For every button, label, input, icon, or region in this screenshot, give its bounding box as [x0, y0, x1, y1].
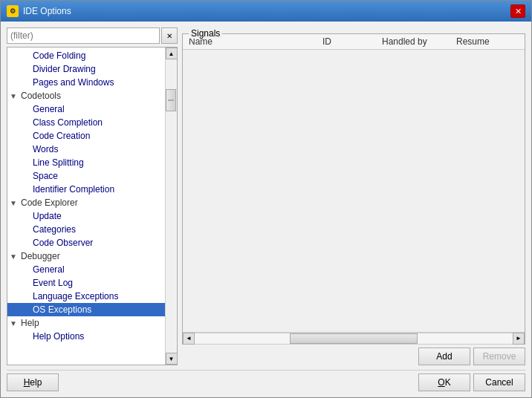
signals-header: Name ID Handled by Resume [183, 34, 525, 50]
tree-item-label: Code Folding [31, 50, 85, 61]
hscroll-right[interactable]: ► [513, 333, 525, 345]
bottom-left: Help [7, 373, 59, 391]
tree-toggle: ▼ [7, 92, 19, 100]
tree-scroll[interactable]: Code FoldingDivider DrawingPages and Win… [7, 48, 165, 365]
tree-item-label: Codetools [19, 91, 61, 101]
signals-body [183, 50, 525, 332]
scroll-up-arrow[interactable]: ▲ [166, 48, 178, 59]
bottom-bar: Help OK Cancel [7, 370, 525, 391]
tree-item-space[interactable]: Space [7, 169, 165, 183]
tree-item-label: Code Observer [31, 238, 93, 248]
tree-item-label: Categories [31, 224, 76, 235]
tree-container: Code FoldingDivider DrawingPages and Win… [7, 47, 178, 365]
add-button[interactable]: Add [418, 348, 470, 365]
hscroll-thumb[interactable] [290, 333, 417, 344]
title-bar: ⚙ IDE Options ✕ [1, 1, 531, 22]
title-bar-left: ⚙ IDE Options [7, 5, 71, 17]
tree-toggle: ▼ [7, 199, 19, 207]
tree-item-help-options[interactable]: Help Options [7, 330, 165, 343]
tree-item-label: General [31, 264, 65, 275]
signals-legend: Signals [189, 28, 222, 39]
bottom-right: OK Cancel [418, 373, 525, 391]
tree-item-language-exceptions[interactable]: Language Exceptions [7, 290, 165, 303]
tree-item-class-completion[interactable]: Class Completion [7, 116, 165, 129]
tree-item-label: Words [31, 144, 58, 154]
tree-item-pages-windows[interactable]: Pages and Windows [7, 76, 165, 89]
scroll-track [166, 59, 178, 353]
tree-item-label: Space [31, 171, 58, 181]
close-button[interactable]: ✕ [510, 4, 525, 18]
tree-item-label: Class Completion [31, 117, 103, 128]
tree-item-general[interactable]: General [7, 102, 165, 116]
window-body: ✕ Code FoldingDivider DrawingPages and W… [1, 22, 531, 397]
ok-label: OK [438, 377, 450, 388]
tree-item-line-splitting[interactable]: Line Splitting [7, 156, 165, 169]
tree-item-general2[interactable]: General [7, 263, 165, 276]
tree-item-label: Code Creation [31, 131, 90, 141]
tree-item-update[interactable]: Update [7, 209, 165, 223]
window-icon: ⚙ [7, 5, 19, 17]
tree-item-label: OS Exceptions [31, 304, 91, 315]
tree-item-os-exceptions[interactable]: OS Exceptions [7, 303, 165, 316]
tree-item-label: Help Options [31, 331, 84, 342]
tree-item-label: Identifier Completion [31, 184, 114, 195]
tree-item-code-explorer[interactable]: ▼Code Explorer [7, 196, 165, 209]
tree-item-label: Update [31, 211, 62, 221]
tree-item-event-log[interactable]: Event Log [7, 276, 165, 290]
tree-item-categories[interactable]: Categories [7, 223, 165, 236]
hscroll-track [195, 333, 513, 345]
tree-toggle: ▼ [7, 319, 19, 327]
tree-item-divider-drawing[interactable]: Divider Drawing [7, 62, 165, 76]
tree-item-label: Code Explorer [19, 198, 78, 208]
hscroll-left[interactable]: ◄ [183, 333, 195, 345]
tree-item-words[interactable]: Words [7, 143, 165, 156]
help-button[interactable]: Help [7, 373, 59, 391]
signals-btn-row: Add Remove [182, 348, 525, 365]
tree-item-code-observer[interactable]: Code Observer [7, 236, 165, 249]
scroll-grip [168, 100, 174, 101]
tree-item-label: Help [19, 318, 39, 328]
tree-item-label: Language Exceptions [31, 291, 118, 301]
tree-item-label: Debugger [19, 251, 60, 261]
tree-item-help[interactable]: ▼Help [7, 316, 165, 330]
filter-row: ✕ [7, 27, 178, 44]
tree-item-debugger[interactable]: ▼Debugger [7, 249, 165, 263]
ok-button[interactable]: OK [418, 373, 470, 391]
ide-options-window: ⚙ IDE Options ✕ ✕ Code FoldingDivider Dr… [0, 0, 532, 398]
tree-item-label: Event Log [31, 278, 73, 288]
tree-item-label: General [31, 104, 65, 114]
col-id: ID [317, 36, 376, 47]
tree-toggle: ▼ [7, 252, 19, 261]
window-title: IDE Options [23, 6, 71, 16]
tree-item-label: Line Splitting [31, 157, 84, 168]
col-handled: Handled by [376, 36, 450, 47]
main-content: ✕ Code FoldingDivider DrawingPages and W… [7, 27, 525, 365]
signals-hscroll: ◄ ► [183, 332, 525, 344]
tree-scrollbar: ▲ ▼ [165, 48, 177, 365]
tree-item-code-creation[interactable]: Code Creation [7, 129, 165, 143]
left-panel: ✕ Code FoldingDivider DrawingPages and W… [7, 27, 178, 365]
filter-input[interactable] [7, 27, 160, 44]
tree-item-label: Divider Drawing [31, 64, 96, 74]
help-label: Help [24, 377, 42, 388]
scroll-down-arrow[interactable]: ▼ [166, 353, 178, 365]
signals-group: Signals Name ID Handled by Resume ◄ ► [182, 33, 525, 345]
remove-button[interactable]: Remove [473, 348, 525, 365]
filter-clear-button[interactable]: ✕ [161, 27, 178, 44]
tree-item-identifier-completion[interactable]: Identifier Completion [7, 183, 165, 196]
scroll-thumb[interactable] [166, 89, 176, 111]
right-panel: Signals Name ID Handled by Resume ◄ ► [182, 27, 525, 365]
tree-item-label: Pages and Windows [31, 77, 114, 88]
tree-item-codetools[interactable]: ▼Codetools [7, 89, 165, 102]
tree-item-code-folding[interactable]: Code Folding [7, 49, 165, 62]
col-resume: Resume [450, 36, 525, 47]
cancel-button[interactable]: Cancel [473, 373, 525, 391]
